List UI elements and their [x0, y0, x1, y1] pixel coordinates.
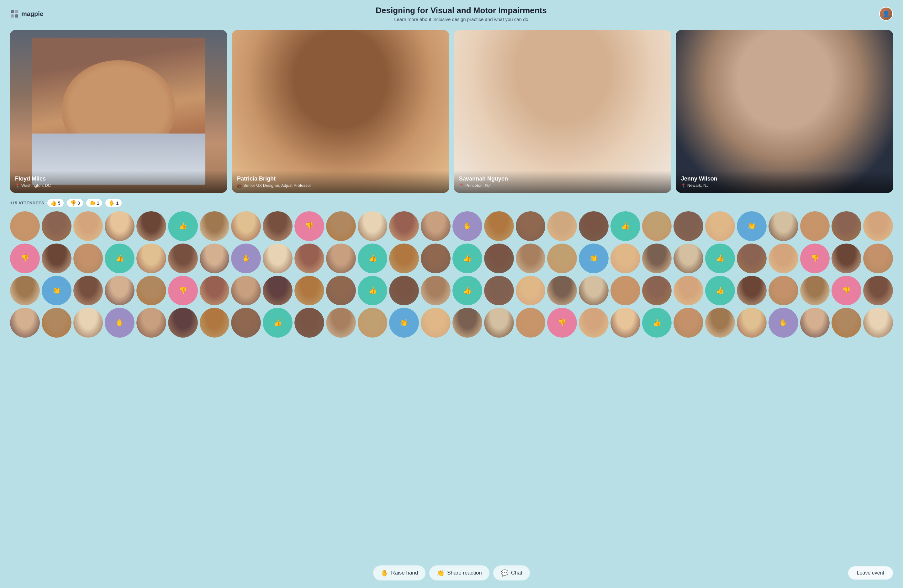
user-avatar[interactable]: 👤 — [879, 7, 893, 21]
attendee-avatar[interactable] — [105, 276, 135, 306]
attendee-avatar[interactable] — [263, 276, 293, 306]
attendee-avatar[interactable] — [516, 276, 546, 306]
attendee-avatar[interactable] — [579, 211, 609, 241]
attendee-avatar[interactable]: 👎 — [547, 308, 577, 338]
attendee-avatar[interactable] — [737, 244, 767, 273]
attendee-avatar[interactable] — [231, 276, 261, 306]
attendee-avatar[interactable] — [263, 211, 293, 241]
attendee-avatar[interactable] — [42, 211, 71, 241]
attendee-avatar[interactable]: 👏 — [579, 244, 609, 273]
attendee-avatar[interactable] — [326, 308, 356, 338]
attendee-avatar[interactable]: 👎 — [832, 276, 861, 306]
attendee-avatar[interactable] — [610, 276, 640, 306]
attendee-avatar[interactable] — [484, 308, 514, 338]
attendee-avatar[interactable] — [800, 276, 830, 306]
attendee-avatar[interactable] — [42, 308, 71, 338]
attendee-avatar[interactable] — [168, 308, 198, 338]
attendee-avatar[interactable] — [579, 276, 609, 306]
attendee-avatar[interactable] — [673, 276, 703, 306]
attendee-avatar[interactable] — [452, 308, 482, 338]
attendee-avatar[interactable] — [484, 276, 514, 306]
attendee-avatar[interactable]: 👏 — [737, 211, 767, 241]
attendee-avatar[interactable] — [358, 211, 387, 241]
attendee-avatar[interactable] — [800, 211, 830, 241]
attendee-avatar[interactable]: 👍 — [358, 276, 387, 306]
attendee-avatar[interactable] — [168, 244, 198, 273]
attendee-avatar[interactable] — [705, 308, 735, 338]
attendee-avatar[interactable] — [547, 211, 577, 241]
attendee-avatar[interactable]: 👍 — [452, 244, 482, 273]
attendee-avatar[interactable] — [768, 244, 798, 273]
attendee-avatar[interactable]: ✋ — [768, 308, 798, 338]
leave-event-button[interactable]: Leave event — [848, 566, 893, 580]
attendee-avatar[interactable] — [610, 308, 640, 338]
attendee-avatar[interactable]: 👎 — [294, 211, 324, 241]
attendee-avatar[interactable] — [421, 308, 451, 338]
chat-button[interactable]: 💬 Chat — [493, 566, 530, 580]
attendee-avatar[interactable] — [326, 211, 356, 241]
attendee-avatar[interactable] — [737, 276, 767, 306]
attendee-avatar[interactable] — [421, 276, 451, 306]
attendee-avatar[interactable]: 👍 — [705, 244, 735, 273]
attendee-avatar[interactable] — [42, 244, 71, 273]
attendee-avatar[interactable] — [800, 308, 830, 338]
attendee-avatar[interactable] — [136, 276, 166, 306]
share-reaction-button[interactable]: 👏 Share reaction — [429, 566, 489, 580]
attendee-avatar[interactable] — [579, 308, 609, 338]
attendee-avatar[interactable] — [10, 308, 40, 338]
attendee-avatar[interactable] — [200, 211, 230, 241]
attendee-avatar[interactable] — [768, 211, 798, 241]
attendee-avatar[interactable] — [737, 308, 767, 338]
attendee-avatar[interactable]: 👍 — [105, 244, 135, 273]
attendee-avatar[interactable]: 👍 — [358, 244, 387, 273]
logo[interactable]: magpie — [10, 9, 43, 18]
attendee-avatar[interactable] — [10, 276, 40, 306]
attendee-avatar[interactable] — [231, 308, 261, 338]
attendee-avatar[interactable] — [642, 244, 672, 273]
attendee-avatar[interactable] — [673, 308, 703, 338]
attendee-avatar[interactable] — [294, 308, 324, 338]
raise-hand-button[interactable]: ✋ Raise hand — [373, 566, 425, 580]
attendee-avatar[interactable]: 👍 — [452, 276, 482, 306]
attendee-avatar[interactable]: 👍 — [168, 211, 198, 241]
attendee-avatar[interactable] — [642, 211, 672, 241]
attendee-avatar[interactable] — [610, 244, 640, 273]
attendee-avatar[interactable] — [294, 244, 324, 273]
attendee-avatar[interactable] — [484, 244, 514, 273]
attendee-avatar[interactable] — [326, 244, 356, 273]
attendee-avatar[interactable] — [673, 244, 703, 273]
attendee-avatar[interactable] — [263, 244, 293, 273]
attendee-avatar[interactable]: 👎 — [800, 244, 830, 273]
attendee-avatar[interactable] — [326, 276, 356, 306]
attendee-avatar[interactable]: 👏 — [389, 308, 419, 338]
attendee-avatar[interactable] — [547, 244, 577, 273]
attendee-avatar[interactable] — [832, 308, 861, 338]
attendee-avatar[interactable]: 👍 — [610, 211, 640, 241]
attendee-avatar[interactable] — [421, 244, 451, 273]
attendee-avatar[interactable] — [200, 276, 230, 306]
attendee-avatar[interactable]: 👎 — [10, 244, 40, 273]
attendee-avatar[interactable] — [231, 211, 261, 241]
attendee-avatar[interactable] — [200, 308, 230, 338]
attendee-avatar[interactable] — [10, 211, 40, 241]
attendee-avatar[interactable]: ✋ — [452, 211, 482, 241]
attendee-avatar[interactable]: ✋ — [231, 244, 261, 273]
attendee-avatar[interactable] — [389, 211, 419, 241]
attendee-avatar[interactable] — [105, 211, 135, 241]
attendee-avatar[interactable] — [705, 211, 735, 241]
attendee-avatar[interactable] — [389, 244, 419, 273]
attendee-avatar[interactable] — [421, 211, 451, 241]
attendee-avatar[interactable] — [389, 276, 419, 306]
attendee-avatar[interactable] — [294, 276, 324, 306]
attendee-avatar[interactable] — [136, 308, 166, 338]
attendee-avatar[interactable] — [73, 308, 103, 338]
attendee-avatar[interactable] — [673, 211, 703, 241]
attendee-avatar[interactable] — [136, 211, 166, 241]
attendee-avatar[interactable]: 👍 — [705, 276, 735, 306]
attendee-avatar[interactable] — [863, 211, 893, 241]
attendee-avatar[interactable] — [863, 308, 893, 338]
attendee-avatar[interactable]: 👎 — [168, 276, 198, 306]
attendee-avatar[interactable]: 👍 — [642, 308, 672, 338]
attendee-avatar[interactable] — [516, 308, 546, 338]
attendee-avatar[interactable] — [547, 276, 577, 306]
